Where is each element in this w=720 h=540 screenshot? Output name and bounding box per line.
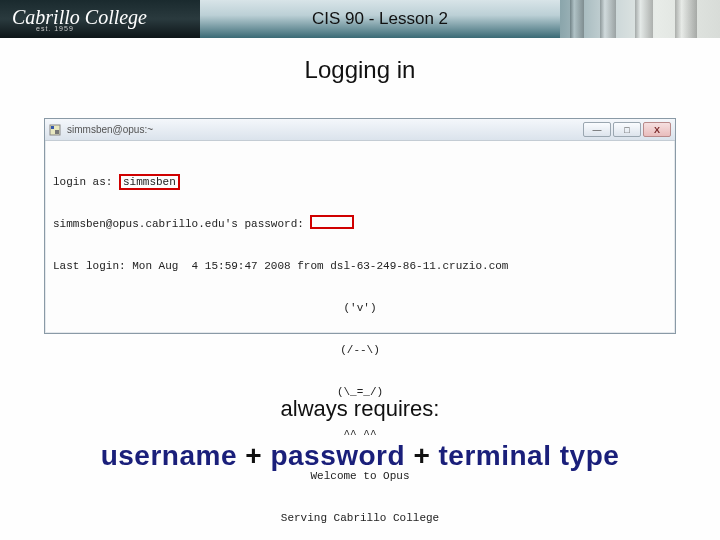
putty-icon <box>49 124 61 136</box>
window-titlebar: simmsben@opus:~ — □ X <box>45 119 675 141</box>
pillar-decoration <box>600 0 616 38</box>
ascii-art-line: ('v') <box>53 301 667 315</box>
welcome-line: Serving Cabrillo College <box>53 511 667 525</box>
slide-heading: Logging in <box>0 56 720 84</box>
pillar-decoration <box>675 0 697 38</box>
login-prompt: login as: <box>53 176 119 188</box>
last-login-line: Last login: Mon Aug 4 15:59:47 2008 from… <box>53 259 667 273</box>
college-logo-block: Cabrillo College est. 1959 <box>0 0 200 38</box>
minimize-button[interactable]: — <box>583 122 611 137</box>
plus-separator: + <box>405 440 438 471</box>
maximize-button[interactable]: □ <box>613 122 641 137</box>
banner-photo <box>560 0 720 38</box>
login-line: login as: simmsben <box>53 175 667 189</box>
window-title-text: simmsben@opus:~ <box>67 124 153 135</box>
course-title: CIS 90 - Lesson 2 <box>200 0 560 38</box>
password-prompt: simmsben@opus.cabrillo.edu's password: <box>53 218 310 230</box>
terminal-body[interactable]: login as: simmsben simmsben@opus.cabrill… <box>45 141 675 540</box>
pillar-decoration <box>570 0 584 38</box>
requires-caption: always requires: <box>0 396 720 422</box>
header-banner: Cabrillo College est. 1959 CIS 90 - Less… <box>0 0 720 38</box>
ascii-art-line: (/--\) <box>53 343 667 357</box>
password-line: simmsben@opus.cabrillo.edu's password: <box>53 217 667 231</box>
college-logo-text: Cabrillo College <box>12 7 200 27</box>
ascii-art-line: ^^ ^^ <box>53 427 667 441</box>
close-button[interactable]: X <box>643 122 671 137</box>
svg-rect-2 <box>55 130 59 134</box>
pillar-decoration <box>635 0 653 38</box>
word-terminal-type: terminal type <box>439 440 620 471</box>
svg-rect-1 <box>51 126 54 129</box>
summary-line: username + password + terminal type <box>0 440 720 472</box>
word-username: username <box>101 440 237 471</box>
college-est-text: est. 1959 <box>12 25 200 32</box>
plus-separator: + <box>237 440 270 471</box>
word-password: password <box>270 440 405 471</box>
username-highlight: simmsben <box>119 174 180 190</box>
password-highlight <box>310 215 354 229</box>
terminal-window: simmsben@opus:~ — □ X login as: simmsben… <box>44 118 676 334</box>
